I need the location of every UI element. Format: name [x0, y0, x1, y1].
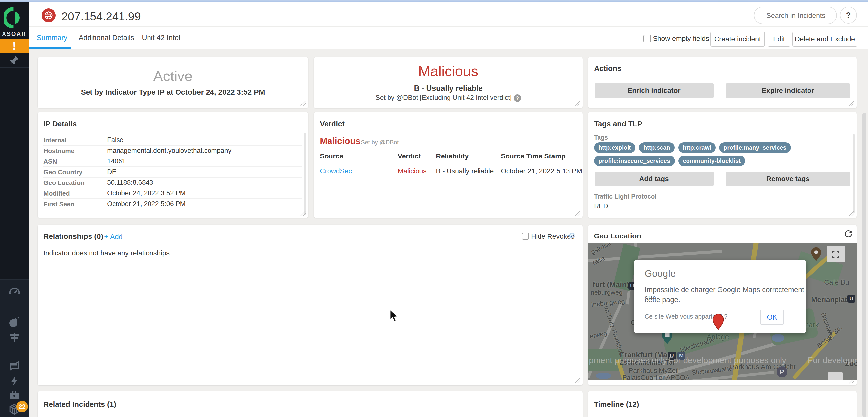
- verdict-card: Verdict Malicious Set by @DBot Source Ve…: [314, 112, 583, 218]
- dialog-ok-button[interactable]: OK: [760, 310, 784, 325]
- ip-details-card: IP Details InternalFalse Hostnamemanagem…: [38, 112, 308, 218]
- gauge-icon: [8, 296, 21, 300]
- tag-pill[interactable]: http:scan: [639, 142, 675, 153]
- thumbtack-icon: [9, 62, 20, 66]
- sidebar-item-dashboard[interactable]: [0, 286, 29, 300]
- refresh-icon[interactable]: [844, 230, 853, 240]
- row-reliability: B - Usually reliable: [436, 167, 494, 175]
- geo-map[interactable]: gstraße raße furt (Main) neburgweg Inebu…: [588, 243, 857, 380]
- tag-pill[interactable]: http:exploit: [594, 142, 636, 153]
- field-row: Hostnamemanagemental.dont.youlovethat.co…: [43, 145, 303, 156]
- table-header-divider: [320, 163, 577, 163]
- resize-handle-icon[interactable]: [848, 210, 855, 216]
- help-button[interactable]: ?: [840, 7, 857, 24]
- status-value: Active: [38, 68, 308, 84]
- card-scrollbar[interactable]: [852, 134, 855, 213]
- sidebar-item-playbooks[interactable]: [0, 360, 29, 373]
- sidebar-item-automation[interactable]: [0, 376, 29, 387]
- field-row: First SeenOctober 21, 2022 5:06 PM: [43, 198, 303, 209]
- col-verdict[interactable]: Verdict: [398, 152, 421, 160]
- show-empty-fields-checkbox[interactable]: [643, 35, 651, 42]
- field-row: ASN14061: [43, 156, 303, 167]
- edit-button[interactable]: Edit: [768, 32, 790, 46]
- page-header: 207.154.241.99 ?: [29, 2, 868, 26]
- field-row: Geo CountryDE: [43, 166, 303, 178]
- row-verdict: Malicious: [398, 167, 427, 175]
- sidebar-item-pinned[interactable]: [0, 55, 29, 67]
- sidebar: XSOAR !: [0, 2, 29, 417]
- marketplace-count-badge: 22: [17, 401, 28, 412]
- tag-pill[interactable]: http:crawl: [678, 142, 716, 153]
- tag-pill[interactable]: profile:many_services: [719, 142, 791, 153]
- timeline-title: Timeline (12): [594, 400, 639, 409]
- resize-handle-icon[interactable]: [300, 210, 306, 216]
- field-row: ModifiedOctober 24, 2022 3:52 PM: [43, 188, 303, 199]
- tab-summary[interactable]: Summary: [37, 34, 67, 42]
- delete-and-exclude-button[interactable]: Delete and Exclude: [793, 32, 857, 46]
- question-mark-icon: ?: [846, 11, 851, 20]
- page-scrollbar[interactable]: [862, 113, 866, 417]
- bomb-icon: [8, 325, 20, 329]
- relationships-title: Relationships (0): [43, 232, 103, 241]
- tlp-label: Traffic Light Protocol: [594, 193, 656, 200]
- col-source-time-stamp[interactable]: Source Time Stamp: [501, 152, 565, 160]
- related-incidents-title: Related Incidents (1): [43, 400, 116, 409]
- xsoar-brand-label: XSOAR: [0, 31, 29, 37]
- resize-handle-icon[interactable]: [300, 100, 306, 106]
- sidebar-item-marketplace[interactable]: 22: [0, 403, 29, 417]
- resize-handle-icon[interactable]: [574, 210, 581, 216]
- resize-handle-icon[interactable]: [574, 377, 581, 383]
- actions-card: Actions Enrich indicator Expire indicato…: [588, 57, 857, 108]
- tags-label: Tags: [594, 134, 608, 141]
- add-relationship-link[interactable]: + Add: [104, 233, 123, 241]
- sidebar-item-incidents[interactable]: !: [0, 39, 29, 53]
- sidebar-item-signpost[interactable]: [0, 332, 29, 344]
- relationships-card: Relationships (0) + Add Hide Revoked ⚙ I…: [38, 225, 583, 385]
- search-box[interactable]: [754, 7, 837, 24]
- sidebar-item-war-room[interactable]: [0, 316, 29, 329]
- ip-details-title: IP Details: [43, 119, 77, 128]
- source-link[interactable]: CrowdSec: [320, 167, 352, 175]
- col-source[interactable]: Source: [320, 152, 343, 160]
- book-icon: [8, 369, 20, 373]
- verdict-help-icon[interactable]: ?: [514, 94, 521, 102]
- hide-revoked-checkbox[interactable]: [522, 233, 529, 240]
- resize-handle-icon[interactable]: [574, 100, 581, 106]
- tab-additional-details[interactable]: Additional Details: [79, 34, 134, 42]
- verdict-value: Malicious: [320, 136, 361, 146]
- col-reliability[interactable]: Reliability: [436, 152, 469, 160]
- field-row: Geo Location50.1188:8.6843: [43, 177, 303, 188]
- card-scrollbar[interactable]: [304, 133, 306, 215]
- xsoar-logo-icon[interactable]: [0, 7, 29, 30]
- relationships-settings-gear-icon[interactable]: ⚙: [568, 231, 576, 241]
- tags-tlp-title: Tags and TLP: [594, 119, 642, 128]
- search-input[interactable]: [754, 7, 837, 24]
- related-incidents-card: Related Incidents (1): [38, 391, 583, 417]
- exclamation-icon: !: [12, 39, 16, 52]
- location-pin-icon: [712, 313, 724, 331]
- ip-indicator-icon: [42, 8, 56, 22]
- create-incident-button[interactable]: Create incident: [710, 32, 765, 46]
- tag-pill[interactable]: profile:insecure_services: [594, 156, 675, 166]
- signpost-icon: [8, 340, 20, 344]
- actions-title: Actions: [594, 64, 621, 73]
- sidebar-item-jobs[interactable]: [0, 389, 29, 402]
- tag-pill[interactable]: community-blocklist: [678, 156, 745, 166]
- cube-icon: [8, 412, 21, 417]
- dialog-message-line2: cette page.: [645, 296, 680, 304]
- expire-indicator-button[interactable]: Expire indicator: [726, 83, 850, 98]
- browser-top-strip: [0, 0, 868, 2]
- tags-tlp-card: Tags and TLP Tags http:exploit http:scan…: [588, 112, 857, 218]
- verdict-title: Verdict: [320, 119, 345, 128]
- tab-unit42-intel[interactable]: Unit 42 Intel: [142, 34, 180, 42]
- remove-tags-button[interactable]: Remove tags: [726, 172, 850, 186]
- active-tab-underline: [29, 47, 71, 49]
- show-empty-fields-label: Show empty fields: [653, 35, 709, 43]
- relationships-empty-message: Indicator does not have any relationship…: [43, 249, 169, 257]
- verdict-banner-value: Malicious: [314, 63, 583, 79]
- enrich-indicator-button[interactable]: Enrich indicator: [594, 83, 714, 98]
- lightning-icon: [9, 383, 20, 387]
- timeline-card: Timeline (12): [588, 391, 857, 417]
- resize-handle-icon[interactable]: [848, 100, 855, 106]
- add-tags-button[interactable]: Add tags: [594, 172, 714, 186]
